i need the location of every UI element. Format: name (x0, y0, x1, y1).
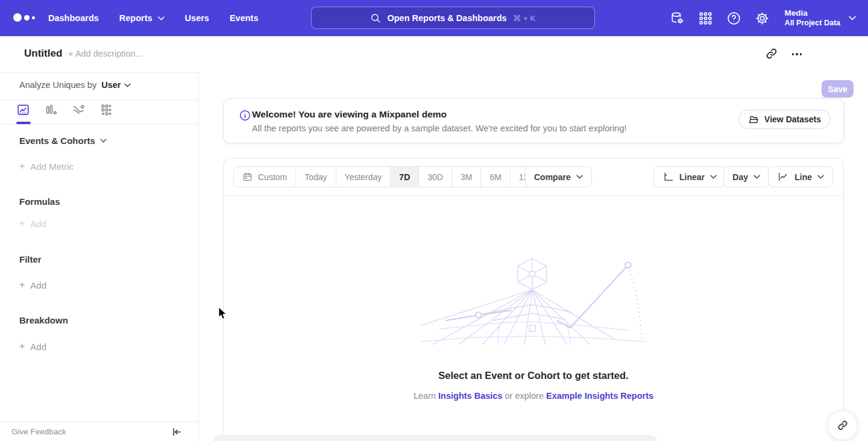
topnav-right-group: Media All Project Data (663, 0, 868, 36)
floating-share-link-button[interactable] (828, 410, 858, 440)
collapse-sidebar-icon[interactable] (171, 426, 183, 438)
chart-type-label: Line (794, 172, 812, 182)
range-3m[interactable]: 3M (452, 167, 481, 187)
range-custom[interactable]: Custom (234, 167, 296, 187)
banner-title: Welcome! You are viewing a Mixpanel demo (252, 109, 447, 120)
query-builder-sidebar: Analyze Uniques by User (0, 72, 199, 441)
range-30d[interactable]: 30D (419, 167, 452, 187)
analyze-value-dropdown[interactable]: User (101, 80, 131, 90)
plus-icon: + (19, 218, 25, 229)
section-title: Formulas (19, 196, 60, 207)
more-menu-button[interactable] (790, 49, 804, 60)
example-reports-link[interactable]: Example Insights Reports (546, 391, 653, 401)
range-6m[interactable]: 6M (481, 167, 510, 187)
save-button[interactable]: Save (822, 80, 854, 98)
search-placeholder: Open Reports & Dashboards (387, 13, 506, 23)
nav-label: Reports (119, 13, 153, 23)
info-icon (239, 110, 251, 121)
add-breakdown-label: Add (30, 342, 46, 352)
section-title: Events & Cohorts (19, 136, 95, 146)
folder-icon (748, 114, 759, 124)
primary-nav: Dashboards Reports Users Events (48, 0, 258, 36)
copy-link-icon[interactable] (765, 47, 778, 60)
chart-type-dropdown[interactable]: Line (768, 166, 833, 187)
tab-bar-chart[interactable] (44, 103, 72, 122)
project-selector[interactable]: Media All Project Data (785, 8, 856, 28)
search-shortcut: ⌘ + K (513, 13, 536, 23)
add-formula-button[interactable]: + Add (19, 218, 46, 229)
global-search[interactable]: Open Reports & Dashboards ⌘ + K (311, 7, 595, 29)
chevron-down-icon (576, 175, 583, 179)
divider (0, 100, 199, 101)
date-range-segmented-control: Custom Today Yesterday 7D 30D 3M 6M 12M (233, 166, 544, 187)
add-formula-label: Add (30, 219, 46, 229)
report-description-placeholder[interactable]: + Add description... (68, 49, 143, 58)
results-bottom-sheet[interactable] (212, 435, 658, 441)
calendar-icon (242, 172, 253, 182)
nav-reports[interactable]: Reports (119, 13, 165, 23)
give-feedback-link[interactable]: Give Feedback (11, 427, 66, 436)
nav-label: Dashboards (48, 13, 99, 23)
top-navigation-bar: Dashboards Reports Users Events Open Rep… (0, 0, 868, 36)
add-filter-button[interactable]: + Add (19, 280, 46, 290)
mixpanel-insights-app: Dashboards Reports Users Events Open Rep… (0, 0, 868, 441)
project-scope: All Project Data (785, 19, 840, 28)
range-label: 3M (461, 172, 472, 182)
compare-label: Compare (534, 172, 571, 182)
apps-grid-icon[interactable] (691, 0, 720, 36)
report-title[interactable]: Untitled (24, 48, 62, 60)
formulas-header: Formulas (19, 196, 60, 207)
add-breakdown-button[interactable]: + Add (19, 341, 46, 352)
section-title: Breakdown (19, 315, 68, 325)
tab-flows[interactable] (72, 103, 99, 122)
chevron-down-icon (100, 139, 107, 143)
chevron-down-icon (817, 175, 824, 179)
chevron-down-icon (753, 175, 760, 179)
insights-basics-link[interactable]: Insights Basics (438, 391, 502, 401)
report-header: Untitled + Add description... Save (0, 36, 868, 72)
chevron-down-icon (124, 83, 131, 87)
divider (0, 124, 199, 125)
data-management-icon[interactable] (663, 0, 691, 36)
plus-icon: + (19, 161, 25, 172)
scale-dropdown[interactable]: Linear (653, 166, 726, 187)
tab-insights-line[interactable] (16, 103, 44, 122)
report-canvas: Custom Today Yesterday 7D 30D 3M 6M 12M … (223, 158, 844, 441)
analyze-value: User (101, 80, 121, 90)
project-name: Media (785, 8, 840, 19)
empty-state-subtitle: Learn Insights Basics or explore Example… (224, 391, 843, 401)
range-7d-selected[interactable]: 7D (391, 167, 419, 187)
events-cohorts-header[interactable]: Events & Cohorts (19, 136, 107, 146)
chevron-down-icon (849, 16, 856, 20)
breakdown-header: Breakdown (19, 315, 68, 325)
empty-state-title: Select an Event or Cohort to get started… (224, 370, 843, 381)
project-text: Media All Project Data (785, 8, 840, 28)
empty-state-illustration (421, 255, 646, 346)
line-chart-icon (777, 171, 789, 183)
add-metric-label: Add Metric (30, 161, 74, 172)
logo-dot (24, 15, 30, 20)
add-metric-button[interactable]: + Add Metric (19, 161, 74, 172)
help-icon[interactable] (720, 0, 748, 36)
scale-label: Linear (679, 172, 705, 182)
welcome-banner: Welcome! You are viewing a Mixpanel demo… (223, 98, 844, 143)
nav-label: Users (185, 13, 209, 23)
filter-header: Filter (19, 254, 42, 264)
mixpanel-logo[interactable] (13, 13, 35, 22)
compare-dropdown[interactable]: Compare (525, 166, 592, 187)
range-today[interactable]: Today (296, 167, 336, 187)
tab-retention-grid[interactable] (99, 103, 127, 122)
range-label: 30D (427, 172, 443, 182)
nav-dashboards[interactable]: Dashboards (48, 13, 99, 23)
nav-label: Events (230, 13, 259, 23)
plus-icon: + (19, 341, 25, 352)
analyze-row: Analyze Uniques by User (19, 80, 131, 90)
nav-events[interactable]: Events (230, 13, 259, 23)
range-yesterday[interactable]: Yesterday (336, 167, 391, 187)
linear-axes-icon (662, 171, 674, 183)
nav-users[interactable]: Users (185, 13, 209, 23)
range-label: Custom (258, 172, 287, 182)
interval-dropdown[interactable]: Day (723, 166, 769, 187)
settings-gear-icon[interactable] (748, 0, 776, 36)
view-datasets-button[interactable]: View Datasets (738, 110, 831, 129)
